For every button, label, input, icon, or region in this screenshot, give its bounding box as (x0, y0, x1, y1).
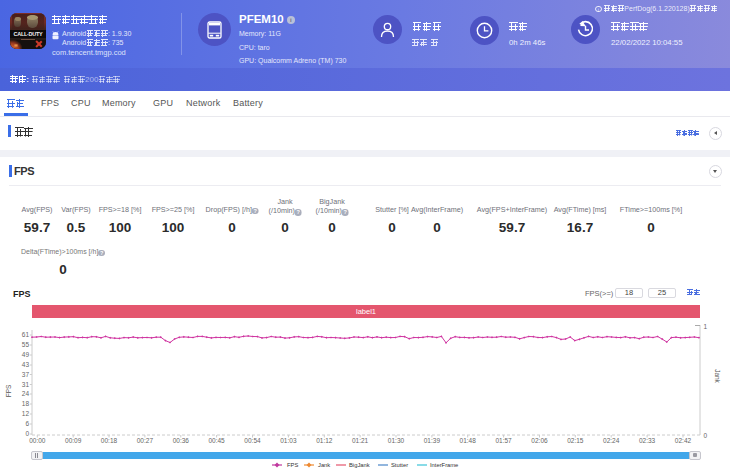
svg-text:12: 12 (22, 410, 30, 417)
svg-text:00:45: 00:45 (208, 437, 225, 444)
svg-text:02:15: 02:15 (567, 437, 584, 444)
svg-text:00:36: 00:36 (173, 437, 190, 444)
svg-text:37: 37 (22, 371, 30, 378)
svg-text:01:48: 01:48 (460, 437, 477, 444)
svg-text:00:00: 00:00 (29, 437, 46, 444)
svg-text:00:54: 00:54 (244, 437, 261, 444)
svg-text:02:42: 02:42 (675, 437, 692, 444)
svg-text:1: 1 (704, 323, 708, 330)
svg-text:00:09: 00:09 (65, 437, 82, 444)
svg-text:55: 55 (22, 341, 30, 348)
svg-text:0: 0 (704, 432, 708, 439)
svg-text:43: 43 (22, 361, 30, 368)
svg-text:02:06: 02:06 (531, 437, 548, 444)
svg-text:00:18: 00:18 (101, 437, 118, 444)
svg-text:49: 49 (22, 351, 30, 358)
svg-text:01:21: 01:21 (352, 437, 369, 444)
svg-text:02:33: 02:33 (639, 437, 656, 444)
svg-text:01:30: 01:30 (388, 437, 405, 444)
svg-text:61: 61 (22, 331, 30, 338)
svg-text:31: 31 (22, 381, 30, 388)
svg-text:6: 6 (25, 420, 29, 427)
svg-text:01:57: 01:57 (495, 437, 512, 444)
svg-text:24: 24 (22, 390, 30, 397)
svg-text:02:24: 02:24 (603, 437, 620, 444)
svg-text:00:27: 00:27 (137, 437, 154, 444)
svg-text:01:03: 01:03 (280, 437, 297, 444)
svg-text:01:12: 01:12 (316, 437, 333, 444)
svg-text:18: 18 (22, 400, 30, 407)
svg-text:01:39: 01:39 (424, 437, 441, 444)
svg-text:FPS: FPS (5, 384, 12, 397)
svg-text:Jank: Jank (714, 369, 721, 383)
